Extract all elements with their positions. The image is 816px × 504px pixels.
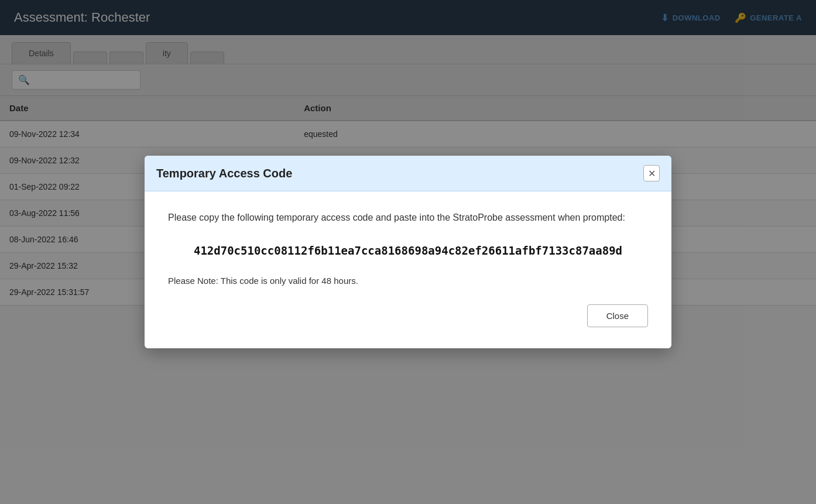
modal-body: Please copy the following temporary acce… <box>145 191 671 348</box>
modal-note: Please Note: This code is only valid for… <box>168 276 648 286</box>
modal-header: Temporary Access Code ✕ <box>145 156 671 191</box>
modal-dialog: Temporary Access Code ✕ Please copy the … <box>145 156 671 348</box>
modal-description: Please copy the following temporary acce… <box>168 210 648 225</box>
access-code-display: 412d70c510cc08112f6b11ea7cca8168698a94c8… <box>168 242 648 259</box>
modal-overlay: Temporary Access Code ✕ Please copy the … <box>0 0 816 504</box>
close-x-icon: ✕ <box>648 168 656 179</box>
modal-title: Temporary Access Code <box>156 167 292 180</box>
modal-close-x-button[interactable]: ✕ <box>643 165 660 181</box>
modal-footer: Close <box>168 304 648 332</box>
modal-close-button[interactable]: Close <box>587 304 648 327</box>
